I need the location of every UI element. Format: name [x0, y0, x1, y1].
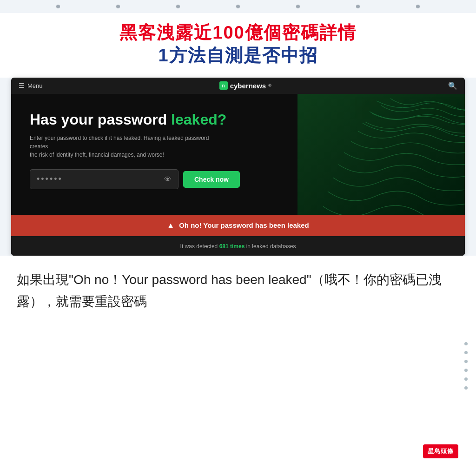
dot-4 — [236, 5, 240, 8]
publication-logo: 星島頭條 — [423, 444, 458, 458]
password-input-row: •••••• 👁 Check now — [30, 169, 446, 189]
side-dot-5 — [464, 377, 468, 381]
description-section: 如果出現"Oh no！Your password has been leaked… — [0, 256, 476, 476]
dot-5 — [296, 5, 300, 8]
logo-icon-box: n — [219, 81, 228, 90]
alert-detail-part2: in leaked databases — [245, 243, 296, 250]
side-decorative-dots — [464, 342, 468, 390]
menu-label: Menu — [27, 82, 43, 89]
hero-section: Has your password leaked? Enter your pas… — [11, 94, 465, 215]
headline-line1: 黑客洩露近100億個密碼詳情 — [19, 21, 457, 44]
hamburger-icon: ☰ — [19, 82, 25, 89]
side-dot-4 — [464, 369, 468, 372]
warning-icon: ▲ — [167, 221, 174, 230]
hero-title: Has your password leaked? — [30, 111, 446, 128]
page-container: 黑客洩露近100億個密碼詳情 1方法自測是否中招 ☰ Menu n cybern… — [0, 0, 476, 476]
dot-2 — [116, 5, 120, 8]
description-text: 如果出現"Oh no！Your password has been leaked… — [17, 269, 459, 313]
star-island-logo-text: 星島頭條 — [423, 444, 458, 458]
alert-bar: ▲ Oh no! Your password has been leaked — [11, 215, 465, 236]
main-content-area: 如果出現"Oh no！Your password has been leaked… — [0, 256, 476, 476]
side-dot-1 — [464, 342, 468, 345]
alert-detail-text: It was detected 681 times in leaked data… — [180, 243, 296, 250]
alert-count-highlight: 681 times — [219, 243, 245, 250]
dot-7 — [416, 5, 420, 8]
toggle-password-icon[interactable]: 👁 — [164, 175, 172, 184]
hero-content: Has your password leaked? Enter your pas… — [30, 111, 446, 189]
dot-3 — [176, 5, 180, 8]
password-field-wrap[interactable]: •••••• 👁 — [30, 169, 178, 189]
hero-subtitle: Enter your password to check if it has l… — [30, 134, 225, 159]
side-dot-2 — [464, 351, 468, 354]
headline-line2: 1方法自測是否中招 — [19, 44, 457, 67]
alert-sub-section: It was detected 681 times in leaked data… — [11, 236, 465, 256]
top-decorative-dots — [0, 0, 476, 13]
site-logo: n cybernews ® — [219, 81, 271, 90]
hero-title-leaked: leaked? — [171, 111, 226, 128]
browser-screenshot: ☰ Menu n cybernews ® 🔍 — [11, 78, 465, 256]
password-mask-dots: •••••• — [37, 174, 63, 184]
hero-title-part1: Has your password — [30, 111, 171, 128]
article-title-section: 黑客洩露近100億個密碼詳情 1方法自測是否中招 — [0, 13, 476, 78]
logo-registered: ® — [268, 83, 271, 88]
logo-icon-letter: n — [222, 83, 225, 88]
dot-6 — [356, 5, 360, 8]
alert-message: Oh no! Your password has been leaked — [179, 221, 309, 229]
check-now-button[interactable]: Check now — [183, 171, 240, 188]
search-icon[interactable]: 🔍 — [448, 81, 457, 90]
dot-1 — [56, 5, 60, 8]
alert-section: ▲ Oh no! Your password has been leaked I… — [11, 215, 465, 256]
browser-navbar: ☰ Menu n cybernews ® 🔍 — [11, 78, 465, 94]
logo-text: cybernews — [230, 82, 266, 90]
nav-menu[interactable]: ☰ Menu — [19, 82, 43, 89]
alert-detail-part1: It was detected — [180, 243, 219, 250]
side-dot-3 — [464, 360, 468, 363]
side-dot-6 — [464, 386, 468, 390]
